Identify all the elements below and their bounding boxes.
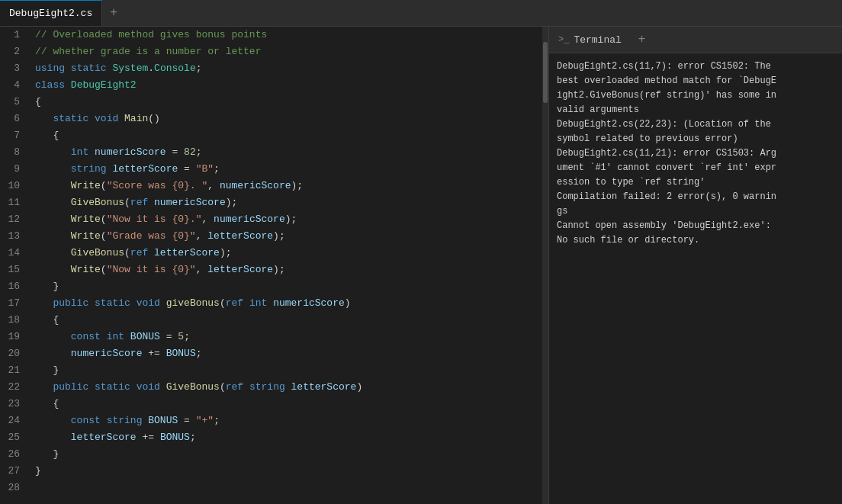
editor-content: 1 2 3 4 5 6 7 8 9 10 11 12 13 14 15 16 1… [0, 27, 548, 504]
editor-tab-bar: DebugEight2.cs + [0, 0, 842, 27]
terminal-line-9: ession to type `ref string' [557, 175, 834, 190]
line-numbers: 1 2 3 4 5 6 7 8 9 10 11 12 13 14 15 16 1… [0, 27, 27, 504]
terminal-icon: >_ [558, 34, 569, 45]
terminal-line-1: DebugEight2.cs(11,7): error CS1502: The [557, 59, 834, 74]
terminal-tab-bar: >_ Terminal + [549, 27, 842, 53]
terminal-line-3: ight2.GiveBonus(ref string)' has some in [557, 88, 834, 103]
tab-debugeight2[interactable]: DebugEight2.cs [0, 0, 102, 26]
terminal-line-4: valid arguments [557, 103, 834, 117]
scrollbar-thumb[interactable] [543, 42, 548, 103]
terminal-line-10: Compilation failed: 2 error(s), 0 warnin [557, 190, 834, 204]
main-area: 1 2 3 4 5 6 7 8 9 10 11 12 13 14 15 16 1… [0, 27, 842, 504]
terminal-line-13: No such file or directory. [557, 233, 834, 248]
add-tab-button[interactable]: + [102, 0, 125, 26]
terminal-line-6: symbol related to previous error) [557, 132, 834, 146]
terminal-tab-label: Terminal [574, 34, 621, 46]
terminal-line-7: DebugEight2.cs(11,21): error CS1503: Arg [557, 146, 834, 161]
tab-terminal[interactable]: >_ Terminal [549, 27, 631, 53]
terminal-line-11: gs [557, 204, 834, 219]
terminal-panel: >_ Terminal + DebugEight2.cs(11,7): erro… [549, 27, 842, 504]
code-editor[interactable]: // Overloaded method gives bonus points … [27, 27, 542, 504]
terminal-output: DebugEight2.cs(11,7): error CS1502: The … [549, 53, 842, 504]
tab-label: DebugEight2.cs [9, 8, 92, 19]
terminal-line-2: best overloaded method match for `DebugE [557, 74, 834, 88]
add-terminal-button[interactable]: + [631, 27, 654, 53]
terminal-line-12: Cannot open assembly 'DebugEight2.exe': [557, 219, 834, 233]
editor-tabs: DebugEight2.cs + [0, 0, 842, 26]
terminal-line-5: DebugEight2.cs(22,23): (Location of the [557, 117, 834, 132]
editor-scrollbar[interactable] [542, 27, 548, 504]
editor-panel: 1 2 3 4 5 6 7 8 9 10 11 12 13 14 15 16 1… [0, 27, 549, 504]
terminal-line-8: ument `#1' cannot convert `ref int' expr [557, 161, 834, 175]
